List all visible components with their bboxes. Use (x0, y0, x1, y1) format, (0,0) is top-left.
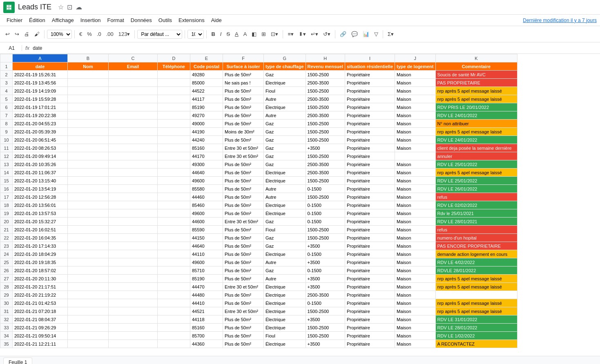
cell-c[interactable] (109, 144, 158, 152)
cell-g[interactable]: Autre (264, 185, 306, 193)
cell-a[interactable]: 2022-01-20 16:04:35 (13, 234, 68, 242)
cell-e[interactable]: 44110 (190, 250, 223, 258)
cell-d[interactable] (158, 226, 190, 234)
cell-f[interactable]: Entre 30 et 50m² (223, 218, 264, 226)
text-color-button[interactable]: A (241, 30, 249, 38)
cell-a[interactable]: 2022-01-20 12:56:28 (13, 193, 68, 201)
cell-j[interactable]: Maison (395, 95, 435, 103)
cell-b[interactable] (68, 250, 109, 258)
cell-c[interactable] (109, 128, 158, 136)
cell-d[interactable] (158, 144, 190, 152)
cell-b[interactable] (68, 234, 109, 242)
cell-b[interactable] (68, 258, 109, 266)
link-button[interactable]: 🔗 (338, 30, 348, 38)
cell-g[interactable]: Autre (264, 95, 306, 103)
cell-k[interactable]: RDVLE 28/01/2022 (435, 266, 517, 275)
cell-i[interactable]: Propriétaire (345, 111, 395, 120)
cell-h[interactable]: +3500 (306, 275, 345, 283)
cell-c[interactable] (109, 340, 158, 348)
col-header-i[interactable]: I (345, 54, 395, 62)
cell-b[interactable] (68, 87, 109, 95)
cell-g[interactable]: Gaz (264, 160, 306, 169)
col-header-f[interactable]: F (223, 54, 264, 62)
cell-e[interactable]: 44640 (190, 169, 223, 177)
cell-d[interactable] (158, 185, 190, 193)
chart-button[interactable]: 📊 (361, 30, 371, 38)
cell-i[interactable]: Propriétaire (345, 340, 395, 348)
cell-j[interactable]: Maison (395, 218, 435, 226)
cell-f[interactable]: Plus de 50m² (223, 120, 264, 128)
cell-a[interactable]: 2022-01-20 19:18:35 (13, 258, 68, 266)
cell-f[interactable]: Plus de 50m² (223, 242, 264, 250)
cell-i[interactable]: Propriétaire (345, 324, 395, 332)
cell-a[interactable]: 2022-01-20 20:11:30 (13, 275, 68, 283)
cell-h[interactable]: 1500-2500 (306, 324, 345, 332)
cell-a[interactable]: 2022-01-20 13:57:53 (13, 209, 68, 218)
cell-g[interactable]: Gaz (264, 218, 306, 226)
cell-k[interactable]: RDV LE 28/01/2022 (435, 324, 517, 332)
cell-b[interactable] (68, 103, 109, 111)
cell-g[interactable]: Électrique (264, 103, 306, 111)
cell-b[interactable] (68, 209, 109, 218)
header-revenu[interactable]: Revenu mensuel (306, 62, 345, 71)
cell-k[interactable]: Rdv le 25/01/2021 (435, 209, 517, 218)
cell-e[interactable]: 49300 (190, 160, 223, 169)
cell-b[interactable] (68, 275, 109, 283)
cell-j[interactable]: Maison (395, 201, 435, 209)
cell-a[interactable]: 2022-01-21 08:04:37 (13, 315, 68, 324)
cell-d[interactable] (158, 169, 190, 177)
cell-f[interactable]: Plus de 50m² (223, 71, 264, 79)
cell-f[interactable]: Plus de 50m² (223, 324, 264, 332)
cell-f[interactable]: Plus de 50m² (223, 201, 264, 209)
formula-button[interactable]: Σ▾ (386, 30, 396, 38)
menu-affichage[interactable]: Affichage (49, 16, 77, 25)
cell-f[interactable]: Entre 30 et 50m² (223, 283, 264, 291)
col-header-c[interactable]: C (109, 54, 158, 62)
header-email[interactable]: Email (109, 62, 158, 71)
cell-j[interactable]: Maison (395, 120, 435, 128)
cell-g[interactable]: Électrique (264, 250, 306, 258)
cell-g[interactable]: Électrique (264, 209, 306, 218)
cell-i[interactable]: Propriétaire (345, 120, 395, 128)
cell-d[interactable] (158, 258, 190, 266)
cell-d[interactable] (158, 266, 190, 275)
menu-insertion[interactable]: Insertion (77, 16, 104, 25)
cell-b[interactable] (68, 71, 109, 79)
cell-e[interactable]: 44118 (190, 315, 223, 324)
cell-f[interactable]: Plus de 50m² (223, 291, 264, 299)
cell-e[interactable]: 44521 (190, 307, 223, 315)
cell-i[interactable]: Propriétaire (345, 95, 395, 103)
cell-h[interactable]: 1500-2500 (306, 128, 345, 136)
cell-c[interactable] (109, 201, 158, 209)
cell-a[interactable]: 2022-01-21 09:26:29 (13, 324, 68, 332)
cell-g[interactable]: Gaz (264, 234, 306, 242)
cell-a[interactable]: 2022-01-19 14:19:09 (13, 87, 68, 95)
col-header-b[interactable]: B (68, 54, 109, 62)
cell-a[interactable]: 2022-01-21 07:20:18 (13, 307, 68, 315)
header-cp[interactable]: Code postal (190, 62, 223, 71)
cell-h[interactable]: 1500-2500 (306, 136, 345, 144)
wrap-button[interactable]: ↵▾ (309, 30, 320, 38)
cell-d[interactable] (158, 291, 190, 299)
format-num-button[interactable]: 123▾ (116, 30, 132, 38)
cell-k[interactable]: Soucis de santé Mr AVC (435, 71, 517, 79)
cell-j[interactable]: Maison (395, 266, 435, 275)
cell-c[interactable] (109, 209, 158, 218)
cell-e[interactable]: 85460 (190, 201, 223, 209)
col-header-k[interactable]: K (435, 54, 517, 62)
cell-g[interactable]: Fioul (264, 87, 306, 95)
cell-j[interactable]: Maison (395, 160, 435, 169)
cell-d[interactable] (158, 87, 190, 95)
menu-aide[interactable]: Aide (208, 16, 225, 25)
last-modified[interactable]: Dernière modification il y a 7 jours (523, 18, 597, 23)
cell-g[interactable]: Fioul (264, 332, 306, 340)
cell-h[interactable]: 2500-3500 (306, 95, 345, 103)
cell-g[interactable]: Électrique (264, 291, 306, 299)
cell-j[interactable]: Maison (395, 275, 435, 283)
cell-b[interactable] (68, 218, 109, 226)
sheet-tab[interactable]: Feuille 1 (3, 357, 32, 364)
cell-h[interactable]: 1500-2500 (306, 152, 345, 160)
cell-c[interactable] (109, 87, 158, 95)
cell-f[interactable]: Plus de 50m² (223, 111, 264, 120)
header-telephone[interactable]: Téléphone (158, 62, 190, 71)
